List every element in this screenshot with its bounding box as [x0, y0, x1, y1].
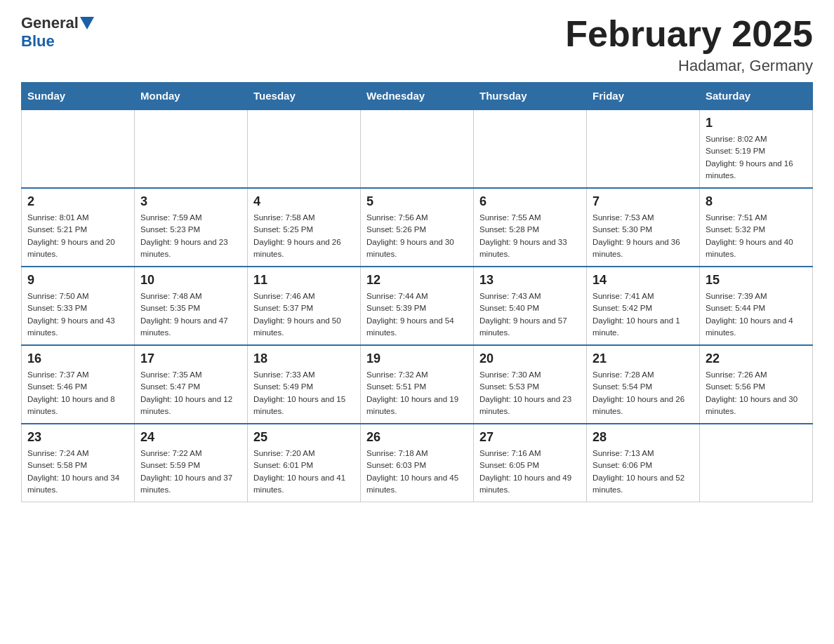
table-row: 5Sunrise: 7:56 AMSunset: 5:26 PMDaylight…	[361, 188, 474, 267]
logo-triangle-icon	[80, 17, 94, 29]
day-number: 8	[706, 194, 807, 209]
table-row	[700, 424, 813, 502]
day-number: 7	[593, 194, 694, 209]
day-info: Sunrise: 7:55 AMSunset: 5:28 PMDaylight:…	[479, 212, 581, 260]
table-row: 19Sunrise: 7:32 AMSunset: 5:51 PMDayligh…	[361, 345, 474, 424]
table-row: 8Sunrise: 7:51 AMSunset: 5:32 PMDaylight…	[700, 188, 813, 267]
day-info: Sunrise: 7:43 AMSunset: 5:40 PMDaylight:…	[479, 290, 581, 339]
day-info: Sunrise: 7:35 AMSunset: 5:47 PMDaylight:…	[140, 369, 241, 417]
day-number: 24	[140, 430, 241, 445]
table-row	[587, 109, 700, 188]
header-wednesday: Wednesday	[361, 83, 474, 110]
day-number: 4	[253, 194, 355, 209]
day-info: Sunrise: 7:24 AMSunset: 5:58 PMDaylight:…	[27, 448, 128, 496]
calendar-week-5: 23Sunrise: 7:24 AMSunset: 5:58 PMDayligh…	[22, 424, 813, 502]
calendar-week-3: 9Sunrise: 7:50 AMSunset: 5:33 PMDaylight…	[22, 267, 813, 345]
day-number: 14	[593, 273, 694, 288]
table-row: 22Sunrise: 7:26 AMSunset: 5:56 PMDayligh…	[700, 345, 813, 424]
day-number: 6	[479, 194, 581, 209]
day-number: 26	[366, 430, 468, 445]
day-info: Sunrise: 7:18 AMSunset: 6:03 PMDaylight:…	[366, 448, 468, 496]
header-thursday: Thursday	[474, 83, 587, 110]
table-row	[248, 109, 361, 188]
logo-blue-text: Blue	[21, 32, 55, 51]
day-info: Sunrise: 7:50 AMSunset: 5:33 PMDaylight:…	[27, 290, 128, 339]
month-title: February 2025	[565, 14, 813, 54]
day-info: Sunrise: 7:26 AMSunset: 5:56 PMDaylight:…	[706, 369, 807, 417]
logo-general-text: General	[21, 14, 79, 32]
table-row: 6Sunrise: 7:55 AMSunset: 5:28 PMDaylight…	[474, 188, 587, 267]
day-number: 9	[27, 273, 128, 288]
header-friday: Friday	[587, 83, 700, 110]
table-row: 2Sunrise: 8:01 AMSunset: 5:21 PMDaylight…	[22, 188, 135, 267]
day-number: 13	[479, 273, 581, 288]
day-number: 21	[593, 351, 694, 366]
day-info: Sunrise: 7:16 AMSunset: 6:05 PMDaylight:…	[479, 448, 581, 496]
table-row	[135, 109, 248, 188]
day-number: 23	[27, 430, 128, 445]
table-row: 23Sunrise: 7:24 AMSunset: 5:58 PMDayligh…	[22, 424, 135, 502]
day-info: Sunrise: 7:22 AMSunset: 5:59 PMDaylight:…	[140, 448, 241, 496]
day-number: 20	[479, 351, 581, 366]
calendar-week-4: 16Sunrise: 7:37 AMSunset: 5:46 PMDayligh…	[22, 345, 813, 424]
table-row: 1Sunrise: 8:02 AMSunset: 5:19 PMDaylight…	[700, 109, 813, 188]
table-row: 7Sunrise: 7:53 AMSunset: 5:30 PMDaylight…	[587, 188, 700, 267]
day-info: Sunrise: 8:02 AMSunset: 5:19 PMDaylight:…	[706, 133, 807, 182]
table-row: 17Sunrise: 7:35 AMSunset: 5:47 PMDayligh…	[135, 345, 248, 424]
day-info: Sunrise: 7:44 AMSunset: 5:39 PMDaylight:…	[366, 290, 468, 339]
day-info: Sunrise: 7:33 AMSunset: 5:49 PMDaylight:…	[253, 369, 355, 417]
table-row: 26Sunrise: 7:18 AMSunset: 6:03 PMDayligh…	[361, 424, 474, 502]
location: Hadamar, Germany	[565, 57, 813, 75]
day-number: 3	[140, 194, 241, 209]
table-row	[361, 109, 474, 188]
calendar-week-2: 2Sunrise: 8:01 AMSunset: 5:21 PMDaylight…	[22, 188, 813, 267]
day-info: Sunrise: 7:30 AMSunset: 5:53 PMDaylight:…	[479, 369, 581, 417]
day-number: 5	[366, 194, 468, 209]
day-number: 1	[706, 116, 807, 130]
day-number: 11	[253, 273, 355, 288]
day-info: Sunrise: 7:32 AMSunset: 5:51 PMDaylight:…	[366, 369, 468, 417]
day-number: 16	[27, 351, 128, 366]
table-row: 13Sunrise: 7:43 AMSunset: 5:40 PMDayligh…	[474, 267, 587, 345]
day-info: Sunrise: 7:37 AMSunset: 5:46 PMDaylight:…	[27, 369, 128, 417]
logo: General Blue	[21, 14, 95, 51]
table-row: 14Sunrise: 7:41 AMSunset: 5:42 PMDayligh…	[587, 267, 700, 345]
day-number: 2	[27, 194, 128, 209]
table-row: 12Sunrise: 7:44 AMSunset: 5:39 PMDayligh…	[361, 267, 474, 345]
day-info: Sunrise: 7:53 AMSunset: 5:30 PMDaylight:…	[593, 212, 694, 260]
table-row: 10Sunrise: 7:48 AMSunset: 5:35 PMDayligh…	[135, 267, 248, 345]
day-info: Sunrise: 7:51 AMSunset: 5:32 PMDaylight:…	[706, 212, 807, 260]
table-row: 27Sunrise: 7:16 AMSunset: 6:05 PMDayligh…	[474, 424, 587, 502]
table-row: 15Sunrise: 7:39 AMSunset: 5:44 PMDayligh…	[700, 267, 813, 345]
table-row: 21Sunrise: 7:28 AMSunset: 5:54 PMDayligh…	[587, 345, 700, 424]
calendar-table: Sunday Monday Tuesday Wednesday Thursday…	[21, 82, 813, 502]
header-tuesday: Tuesday	[248, 83, 361, 110]
page-header: General Blue February 2025 Hadamar, Germ…	[21, 14, 813, 75]
day-number: 19	[366, 351, 468, 366]
table-row: 11Sunrise: 7:46 AMSunset: 5:37 PMDayligh…	[248, 267, 361, 345]
day-info: Sunrise: 7:28 AMSunset: 5:54 PMDaylight:…	[593, 369, 694, 417]
header-monday: Monday	[135, 83, 248, 110]
table-row: 25Sunrise: 7:20 AMSunset: 6:01 PMDayligh…	[248, 424, 361, 502]
day-number: 28	[593, 430, 694, 445]
table-row: 16Sunrise: 7:37 AMSunset: 5:46 PMDayligh…	[22, 345, 135, 424]
day-info: Sunrise: 7:48 AMSunset: 5:35 PMDaylight:…	[140, 290, 241, 339]
table-row: 24Sunrise: 7:22 AMSunset: 5:59 PMDayligh…	[135, 424, 248, 502]
day-number: 17	[140, 351, 241, 366]
day-info: Sunrise: 7:56 AMSunset: 5:26 PMDaylight:…	[366, 212, 468, 260]
day-number: 15	[706, 273, 807, 288]
table-row: 4Sunrise: 7:58 AMSunset: 5:25 PMDaylight…	[248, 188, 361, 267]
day-number: 22	[706, 351, 807, 366]
day-number: 10	[140, 273, 241, 288]
table-row: 20Sunrise: 7:30 AMSunset: 5:53 PMDayligh…	[474, 345, 587, 424]
day-info: Sunrise: 7:13 AMSunset: 6:06 PMDaylight:…	[593, 448, 694, 496]
day-info: Sunrise: 7:46 AMSunset: 5:37 PMDaylight:…	[253, 290, 355, 339]
title-block: February 2025 Hadamar, Germany	[565, 14, 813, 75]
day-number: 12	[366, 273, 468, 288]
day-number: 25	[253, 430, 355, 445]
day-info: Sunrise: 7:39 AMSunset: 5:44 PMDaylight:…	[706, 290, 807, 339]
table-row: 9Sunrise: 7:50 AMSunset: 5:33 PMDaylight…	[22, 267, 135, 345]
day-info: Sunrise: 7:59 AMSunset: 5:23 PMDaylight:…	[140, 212, 241, 260]
header-saturday: Saturday	[700, 83, 813, 110]
header-sunday: Sunday	[22, 83, 135, 110]
